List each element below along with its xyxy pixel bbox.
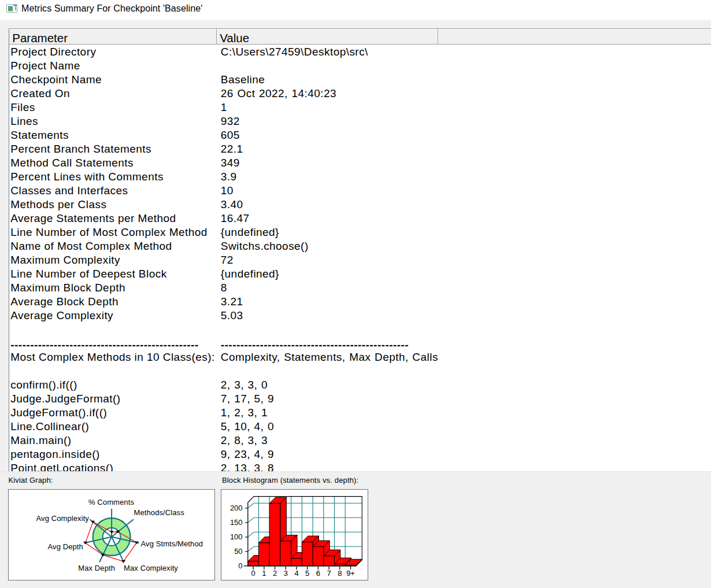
- svg-text:6: 6: [316, 569, 320, 578]
- svg-text:8: 8: [338, 569, 342, 578]
- svg-text:Avg Complexity: Avg Complexity: [36, 514, 90, 523]
- svg-text:2: 2: [273, 569, 277, 578]
- svg-text:7: 7: [327, 569, 331, 578]
- svg-text:3: 3: [284, 569, 288, 578]
- svg-text:150: 150: [230, 518, 243, 527]
- svg-text:% Comments: % Comments: [88, 498, 134, 506]
- svg-text:100: 100: [230, 532, 243, 541]
- svg-text:1: 1: [262, 569, 266, 578]
- svg-text:4: 4: [294, 569, 298, 578]
- svg-text:Methods/Class: Methods/Class: [134, 508, 185, 517]
- svg-text:Avg Stmts/Method: Avg Stmts/Method: [141, 539, 203, 548]
- svg-text:9+: 9+: [346, 569, 355, 578]
- svg-text:50: 50: [234, 547, 242, 556]
- svg-text:200: 200: [230, 504, 243, 512]
- svg-text:Avg Depth: Avg Depth: [48, 542, 83, 551]
- svg-text:Max Complexity: Max Complexity: [124, 564, 178, 572]
- svg-text:0: 0: [251, 569, 255, 578]
- svg-text:0: 0: [238, 561, 242, 570]
- svg-text:Max Depth: Max Depth: [78, 564, 115, 572]
- svg-text:5: 5: [305, 569, 309, 578]
